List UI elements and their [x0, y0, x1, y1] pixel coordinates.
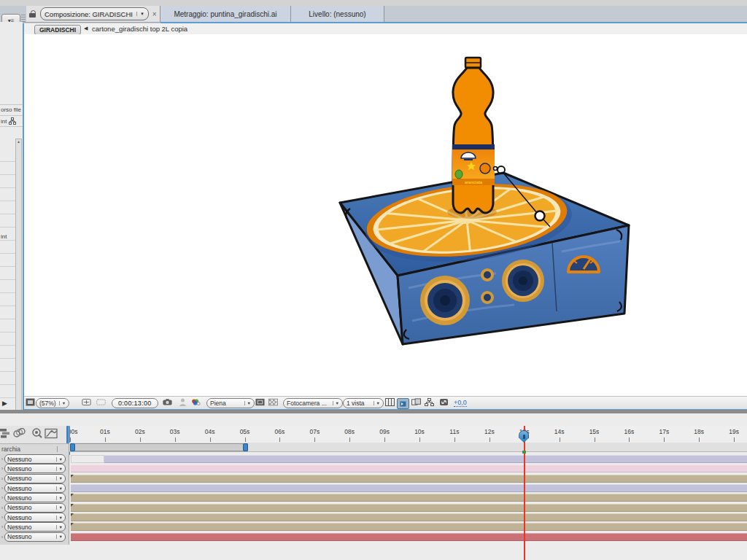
speaker-large-right: [502, 260, 544, 302]
app-window: ▾≡ Composizione: GIRADISCHI ▼ × Metraggi…: [0, 0, 747, 560]
exposure-adjust[interactable]: +0,0: [454, 399, 467, 407]
layer-duration-bar[interactable]: [71, 475, 747, 483]
close-icon[interactable]: ×: [152, 10, 157, 18]
divider: [0, 104, 23, 105]
soda-bottle: aranciata: [447, 58, 497, 219]
snapshot-camera-icon[interactable]: [163, 398, 172, 406]
lock-icon[interactable]: [29, 10, 37, 18]
ruler-label: 19s: [729, 428, 739, 435]
chevron-down-icon: ▼: [333, 401, 339, 405]
layer-duration-bar[interactable]: [71, 523, 747, 531]
view-count-value: 1 vista: [347, 400, 371, 407]
layer-duration-bar[interactable]: [71, 494, 747, 502]
viewer-footer-toolbar: (57%) ▼ 0:00:13:00 Piena ▼: [24, 396, 747, 409]
composition-artwork: aranciata: [24, 34, 747, 396]
channels-icon[interactable]: [191, 398, 201, 406]
bottle-label: aranciata: [452, 144, 495, 185]
chevron-down-icon: ▼: [136, 12, 144, 16]
pixel-aspect-icon[interactable]: [411, 398, 421, 406]
tab-footage[interactable]: Metraggio: puntina_giradischi.ai: [160, 6, 291, 22]
bottle-label-text: aranciata: [465, 180, 483, 184]
chevron-down-icon: ▼: [244, 401, 251, 405]
project-rows: [0, 149, 15, 416]
magnification-dropdown[interactable]: (57%) ▼: [36, 398, 69, 408]
region-of-interest-icon[interactable]: [96, 398, 106, 406]
ruler-label: 18s: [694, 428, 704, 435]
active-camera-icon: [400, 401, 406, 407]
magnification-value: (57%): [39, 400, 56, 407]
layer-duration-bar[interactable]: [71, 513, 747, 521]
current-time-display[interactable]: 0:00:13:00: [112, 398, 158, 408]
camera-value: Fotocamera ...: [287, 400, 330, 407]
layer-duration-bar[interactable]: [104, 455, 747, 463]
fast-preview-icon[interactable]: [439, 398, 449, 406]
layer-duration-bar[interactable]: [71, 504, 747, 512]
layer-duration-bar[interactable]: [71, 533, 747, 541]
ruler-tick: [734, 438, 735, 442]
always-preview-icon[interactable]: [26, 398, 35, 406]
project-column-header: orso file: [1, 106, 21, 113]
transparency-grid-icon[interactable]: [268, 398, 278, 406]
safe-margins-icon[interactable]: [82, 398, 91, 406]
layer-bars-area: [0, 413, 678, 560]
target-region-icon[interactable]: [255, 398, 265, 406]
flowchart-play-icon[interactable]: ▶: [2, 400, 7, 407]
resolution-dropdown[interactable]: Piena ▼: [206, 398, 255, 408]
divider: [0, 115, 23, 116]
layer-duration-bar[interactable]: [71, 484, 747, 492]
breadcrumb-comp-button[interactable]: GIRADISCHI: [34, 25, 81, 35]
tab-layer[interactable]: Livello: (nessuno): [291, 6, 384, 22]
window-top-strip: [0, 0, 747, 6]
composition-viewport[interactable]: aranciata: [24, 34, 747, 396]
ruler-tick: [699, 438, 700, 442]
layer-duration-bar[interactable]: [71, 464, 747, 472]
active-camera-toggle[interactable]: [397, 398, 409, 409]
show-snapshot-icon[interactable]: [178, 398, 187, 406]
project-item-label: int: [1, 118, 7, 125]
viewer-tab-bar: ▾≡ Composizione: GIRADISCHI ▼ × Metraggi…: [0, 6, 747, 23]
tab-layer-label: Livello: (nessuno): [309, 10, 365, 18]
resolution-value: Piena: [210, 400, 241, 407]
chevron-down-icon: ▼: [374, 401, 380, 405]
tab-footage-label: Metraggio: puntina_giradischi.ai: [174, 10, 276, 18]
chevron-down-icon: ▼: [59, 401, 66, 405]
camera-dropdown[interactable]: Fotocamera ... ▼: [283, 398, 343, 408]
breadcrumb: GIRADISCHI ◀ cartone_giradischi top 2L c…: [24, 23, 747, 35]
tab-composition-label: Composizione: GIRADISCHI: [44, 10, 133, 18]
playhead-anchor: [522, 451, 526, 454]
project-panel-sliver: orso file int ▲ int ▶: [0, 22, 23, 425]
scroll-up-icon[interactable]: ▲: [16, 139, 21, 144]
timeline-panel: 0:00s01s02s03s04s05s06s07s08s09s10s11s12…: [0, 413, 747, 560]
layer-bar-empty-lead: [71, 455, 104, 463]
composition-selector[interactable]: Composizione: GIRADISCHI ▼: [40, 7, 149, 20]
mini-flowchart-icon[interactable]: [425, 398, 434, 406]
tab-composition[interactable]: Composizione: GIRADISCHI ▼ ×: [26, 6, 160, 22]
breadcrumb-path: cartone_giradischi top 2L copia: [92, 25, 187, 33]
breadcrumb-arrow-icon: ◀: [84, 26, 88, 31]
divider: [0, 126, 23, 127]
view-layout-icon[interactable]: [385, 398, 395, 406]
speaker-large-left: [420, 276, 470, 325]
scrollbar[interactable]: ▲: [15, 139, 22, 416]
view-count-dropdown[interactable]: 1 vista ▼: [343, 398, 384, 408]
flowchart-icon[interactable]: [9, 117, 16, 125]
playhead-line: [524, 426, 525, 560]
project-item-label: int: [1, 233, 7, 240]
